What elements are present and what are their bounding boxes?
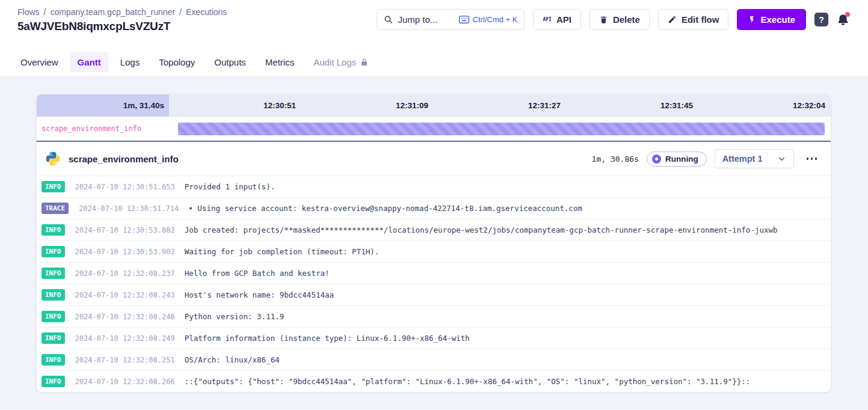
breadcrumb-flow-id[interactable]: company.team.gcp_batch_runner	[50, 7, 175, 17]
tab-logs[interactable]: Logs	[112, 52, 148, 72]
task-detail-header: scrape_environment_info 1m, 30.86s Runni…	[37, 141, 831, 176]
log-timestamp: 2024-07-10 12:32:08.246	[75, 313, 175, 321]
notification-dot	[845, 12, 850, 17]
tab-topology[interactable]: Topology	[151, 52, 203, 72]
tab-outputs[interactable]: Outputs	[206, 52, 254, 72]
api-icon: API	[543, 17, 551, 22]
search-icon	[384, 15, 393, 24]
log-timestamp: 2024-07-10 12:30:51.714	[79, 204, 179, 213]
edit-flow-button[interactable]: Edit flow	[658, 9, 729, 30]
gantt-timeline-header: 1m, 31.40s 12:30:51 12:31:09 12:31:27 12…	[37, 94, 831, 117]
tab-metrics[interactable]: Metrics	[257, 52, 302, 72]
search-placeholder: Jump to...	[398, 14, 437, 25]
log-message: OS/Arch: linux/x86_64	[185, 355, 280, 364]
tab-label: Topology	[159, 57, 195, 67]
gantt-view: 1m, 31.40s 12:30:51 12:31:09 12:31:27 12…	[0, 77, 868, 409]
log-message: Platform information (instance type): Li…	[185, 334, 470, 343]
task-duration: 1m, 30.86s	[592, 155, 639, 164]
log-message: Provided 1 input(s).	[185, 182, 275, 191]
log-row: INFO 2024-07-10 12:32:08.243 Host's netw…	[37, 284, 831, 305]
tab-label: Logs	[120, 57, 140, 67]
log-row: INFO 2024-07-10 12:30:51.653 Provided 1 …	[37, 176, 831, 197]
breadcrumb: Flows / company.team.gcp_batch_runner / …	[17, 7, 227, 17]
log-level-badge: INFO	[42, 332, 65, 344]
log-row: INFO 2024-07-10 12:32:08.246 Python vers…	[37, 305, 831, 327]
api-button[interactable]: API API	[533, 9, 580, 30]
jump-to-search[interactable]: Jump to... Ctrl/Cmd + K	[377, 9, 525, 30]
execution-id-title: 5aWJVEbN8iqmxcpLsVZUzT	[17, 20, 227, 33]
log-level-badge: INFO	[42, 224, 65, 236]
log-level-badge: INFO	[42, 246, 65, 257]
keyboard-icon	[459, 16, 469, 23]
gantt-task-label[interactable]: scrape_environment_info	[37, 124, 169, 133]
execution-tabs: Overview Gantt Logs Topology Out	[0, 48, 868, 77]
tab-label: Outputs	[214, 57, 246, 67]
topbar-left: Flows / company.team.gcp_batch_runner / …	[17, 7, 227, 42]
help-icon[interactable]: ?	[814, 13, 828, 26]
execute-button[interactable]: Execute	[737, 9, 806, 30]
chevron-down-icon	[777, 155, 786, 164]
breadcrumb-flows[interactable]: Flows	[17, 7, 40, 17]
api-button-label: API	[556, 14, 571, 25]
gantt-tick-label: 12:31:45	[566, 94, 698, 117]
tab-audit-logs[interactable]: Audit Logs	[306, 52, 376, 72]
log-row: INFO 2024-07-10 12:32:08.237 Hello from …	[37, 262, 831, 284]
log-timestamp: 2024-07-10 12:32:08.243	[75, 291, 175, 299]
execution-card: 1m, 31.40s 12:30:51 12:31:09 12:31:27 12…	[37, 94, 831, 392]
log-row: TRACE 2024-07-10 12:30:51.714 • Using se…	[37, 197, 831, 219]
status-badge: Running	[647, 151, 707, 167]
bolt-icon	[748, 15, 756, 24]
topbar: Flows / company.team.gcp_batch_runner / …	[0, 0, 868, 48]
gantt-running-bar[interactable]	[178, 123, 825, 135]
log-level-badge: INFO	[42, 289, 65, 301]
log-row: INFO 2024-07-10 12:30:53.882 Job created…	[37, 219, 831, 240]
gantt-task-row: scrape_environment_info	[37, 117, 831, 141]
tab-label: Metrics	[265, 57, 294, 67]
search-shortcut-label: Ctrl/Cmd + K	[473, 15, 518, 24]
gantt-track	[169, 123, 831, 135]
log-row: INFO 2024-07-10 12:32:08.266 ::{"outputs…	[37, 370, 831, 392]
gantt-tick-label: 12:32:04	[698, 94, 831, 117]
gantt-tick-label: 12:30:51	[169, 94, 301, 117]
log-message: Host's network name: 9bdcc44514aa	[185, 290, 334, 299]
breadcrumb-separator: /	[179, 7, 182, 17]
breadcrumb-executions[interactable]: Executions	[186, 7, 227, 17]
topbar-actions: Jump to... Ctrl/Cmd + K API API Delete E…	[377, 9, 849, 30]
task-log-list: INFO 2024-07-10 12:30:51.653 Provided 1 …	[37, 176, 831, 392]
delete-button-label: Delete	[613, 14, 640, 25]
log-level-badge: INFO	[42, 268, 65, 279]
search-shortcut: Ctrl/Cmd + K	[459, 15, 518, 24]
log-timestamp: 2024-07-10 12:32:08.251	[75, 356, 175, 364]
log-message: Waiting for job completion (timeout: PT1…	[185, 247, 380, 256]
log-level-badge: TRACE	[42, 203, 69, 214]
delete-button[interactable]: Delete	[589, 9, 650, 30]
python-logo-icon	[45, 151, 61, 167]
log-level-badge: INFO	[42, 376, 65, 387]
gantt-tick-label: 12:31:09	[301, 94, 434, 117]
log-message: • Using service account: kestra-overview…	[188, 204, 582, 213]
log-timestamp: 2024-07-10 12:30:51.653	[75, 183, 175, 191]
attempt-dropdown[interactable]: Attempt 1	[715, 149, 794, 168]
notifications-button[interactable]	[837, 13, 849, 26]
log-level-badge: INFO	[42, 181, 65, 192]
lock-icon	[360, 58, 368, 66]
log-message: Python version: 3.11.9	[185, 312, 285, 321]
trash-icon	[599, 15, 608, 25]
log-message: ::{"outputs": {"host": "9bdcc44514aa", "…	[185, 377, 751, 386]
tab-overview[interactable]: Overview	[13, 52, 66, 72]
task-name: scrape_environment_info	[69, 154, 179, 164]
more-options-icon[interactable]	[802, 154, 822, 164]
log-timestamp: 2024-07-10 12:32:08.249	[75, 334, 175, 343]
gantt-total-duration: 1m, 31.40s	[37, 94, 169, 117]
tab-label: Overview	[20, 57, 58, 67]
log-timestamp: 2024-07-10 12:30:53.882	[75, 226, 175, 234]
status-running-icon	[652, 155, 661, 164]
edit-flow-button-label: Edit flow	[682, 14, 719, 25]
status-label: Running	[665, 155, 698, 164]
log-row: INFO 2024-07-10 12:32:08.249 Platform in…	[37, 327, 831, 349]
log-message: Job created: projects/**masked**********…	[185, 225, 778, 234]
tab-label: Gantt	[78, 57, 101, 67]
log-timestamp: 2024-07-10 12:32:08.266	[75, 378, 175, 386]
log-timestamp: 2024-07-10 12:30:53.902	[75, 248, 175, 256]
tab-gantt[interactable]: Gantt	[70, 52, 109, 72]
